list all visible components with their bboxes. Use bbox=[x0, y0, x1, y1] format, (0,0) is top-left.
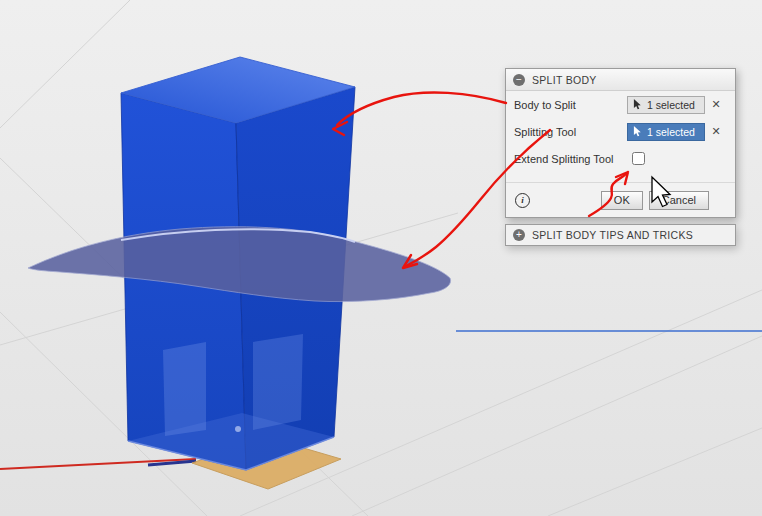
box-inner-reflection bbox=[253, 334, 303, 430]
box-inner-reflection bbox=[163, 342, 206, 436]
splitting-tool-selection-button[interactable]: 1 selected bbox=[627, 123, 705, 141]
expand-icon[interactable]: + bbox=[513, 229, 525, 241]
body-to-split-label: Body to Split bbox=[514, 99, 627, 111]
axes bbox=[0, 331, 762, 469]
info-icon[interactable]: i bbox=[515, 193, 530, 208]
tips-panel[interactable]: + SPLIT BODY TIPS AND TRICKS bbox=[505, 224, 736, 246]
body-to-split-row: Body to Split 1 selected ✕ bbox=[506, 91, 735, 118]
extend-splitting-tool-row: Extend Splitting Tool bbox=[506, 145, 735, 172]
body-to-split-selection-button[interactable]: 1 selected bbox=[627, 96, 705, 114]
ok-button[interactable]: OK bbox=[601, 191, 643, 210]
dialog-title: SPLIT BODY bbox=[532, 74, 597, 86]
origin-point bbox=[235, 426, 241, 432]
select-cursor-icon bbox=[633, 126, 642, 137]
cancel-button[interactable]: Cancel bbox=[649, 191, 709, 210]
splitting-tool-row: Splitting Tool 1 selected ✕ bbox=[506, 118, 735, 145]
dialog-header: − SPLIT BODY bbox=[506, 69, 735, 91]
select-cursor-icon bbox=[633, 99, 642, 110]
split-body-dialog: − SPLIT BODY Body to Split 1 selected ✕ … bbox=[505, 68, 736, 218]
extend-splitting-tool-checkbox[interactable] bbox=[632, 152, 645, 165]
splitting-tool-label: Splitting Tool bbox=[514, 126, 627, 138]
split-surface[interactable] bbox=[28, 227, 451, 302]
clear-selection-icon[interactable]: ✕ bbox=[705, 98, 727, 111]
dialog-footer: i OK Cancel bbox=[506, 182, 735, 217]
wavy-surface bbox=[28, 227, 451, 302]
clear-selection-icon[interactable]: ✕ bbox=[705, 125, 727, 138]
splitting-tool-count: 1 selected bbox=[647, 126, 695, 138]
tips-title: SPLIT BODY TIPS AND TRICKS bbox=[532, 229, 693, 241]
extend-splitting-tool-label: Extend Splitting Tool bbox=[514, 153, 632, 165]
body-to-split-count: 1 selected bbox=[647, 99, 695, 111]
collapse-icon[interactable]: − bbox=[513, 74, 525, 86]
fusion-viewport[interactable]: − SPLIT BODY Body to Split 1 selected ✕ … bbox=[0, 0, 762, 516]
